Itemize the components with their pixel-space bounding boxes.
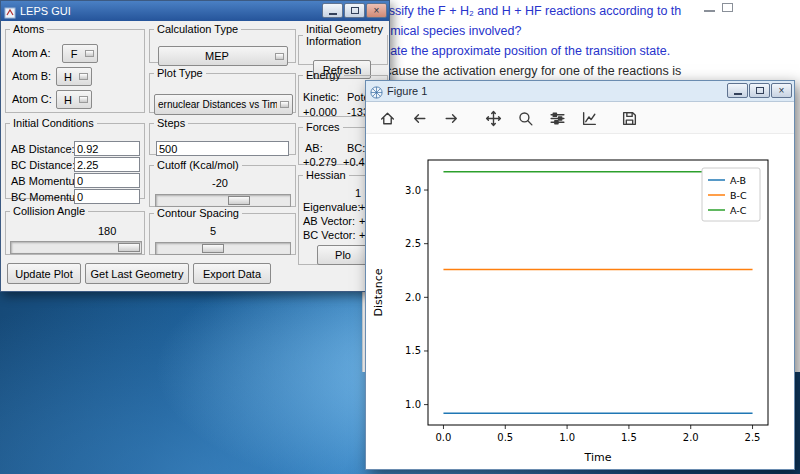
atom-a-select[interactable]: F — [62, 44, 98, 63]
leps-body: Atoms Atom A: F Atom B: H Atom C: H — [1, 21, 389, 291]
calculation-type-value: MEP — [162, 50, 272, 62]
atom-a-value: F — [66, 48, 82, 60]
leps-titlebar[interactable]: LEPS GUI × — [1, 1, 389, 21]
calculation-type-label: Calculation Type — [154, 23, 241, 35]
svg-text:3.0: 3.0 — [405, 185, 421, 196]
pan-button[interactable] — [480, 105, 506, 131]
plot-type-value: ernuclear Distances vs Tim — [158, 99, 277, 110]
desktop: Classify the F + H₂ and H + HF reactions… — [0, 0, 800, 474]
collision-angle-label: Collision Angle — [10, 205, 88, 217]
initial-conditions-group: Initial Conditions AB Distance: BC Dista… — [5, 117, 145, 199]
ab-distance-input[interactable] — [74, 141, 140, 156]
steps-input[interactable] — [156, 141, 289, 156]
forward-button[interactable] — [438, 105, 464, 131]
dropdown-indicator-icon — [79, 73, 88, 80]
update-plot-button[interactable]: Update Plot — [7, 263, 81, 284]
plot-type-label: Plot Type — [154, 67, 206, 79]
close-button[interactable]: × — [771, 83, 792, 98]
forces-ab-label: AB: — [305, 142, 323, 154]
minimize-icon[interactable] — [704, 3, 715, 12]
save-button[interactable] — [616, 105, 642, 131]
bc-momentum-input[interactable] — [74, 189, 140, 204]
forces-ab-value: +0.279 — [303, 156, 337, 168]
maximize-button[interactable] — [749, 83, 770, 98]
cutoff-slider-thumb[interactable] — [228, 196, 250, 205]
zoom-button[interactable] — [512, 105, 538, 131]
subplots-icon — [549, 110, 566, 127]
forward-icon — [443, 110, 460, 127]
cutoff-group: Cutoff (Kcal/mol) -20 — [149, 159, 296, 207]
close-icon: × — [779, 85, 785, 96]
calculation-type-select[interactable]: MEP — [158, 46, 288, 66]
maximize-icon — [351, 7, 359, 14]
atom-c-label: Atom C: — [12, 93, 52, 105]
document-text-line: Classify the F + H₂ and H + HF reactions… — [370, 4, 681, 18]
energy-group-label: Energy — [303, 69, 344, 81]
svg-text:2.5: 2.5 — [405, 238, 421, 249]
atom-a-label: Atom A: — [12, 47, 51, 59]
hessian-top-value: 1 — [355, 187, 361, 199]
atom-b-label: Atom B: — [12, 70, 51, 82]
eigenvalue-label: Eigenvalue: — [303, 201, 361, 213]
steps-group: Steps — [149, 117, 296, 155]
close-button[interactable]: × — [366, 3, 387, 18]
contour-spacing-value: 5 — [210, 225, 216, 237]
kinetic-label: Kinetic: — [303, 91, 339, 103]
bc-distance-input[interactable] — [74, 157, 140, 172]
minimize-button[interactable] — [322, 3, 343, 18]
figure-window: Figure 1 × — [365, 80, 795, 470]
get-last-geometry-button[interactable]: Get Last Geometry — [85, 263, 189, 284]
customize-button[interactable] — [576, 105, 602, 131]
leps-gui-window: LEPS GUI × Atoms Atom A: F Atom B: H — [0, 0, 390, 292]
dropdown-indicator-icon — [79, 96, 88, 103]
home-icon — [379, 110, 396, 127]
plot-type-select[interactable]: ernuclear Distances vs Tim — [154, 94, 293, 115]
forces-bc-label: BC: — [347, 142, 365, 154]
atom-c-select[interactable]: H — [56, 90, 92, 109]
home-button[interactable] — [374, 105, 400, 131]
svg-text:0.0: 0.0 — [436, 432, 452, 443]
dropdown-indicator-icon — [275, 53, 284, 60]
contour-spacing-group: Contour Spacing 5 — [149, 207, 296, 255]
bc-vector-label: BC Vector: — [303, 229, 356, 241]
window-title: Figure 1 — [387, 85, 427, 97]
customize-icon — [581, 110, 598, 127]
collision-angle-slider-thumb[interactable] — [118, 243, 140, 252]
save-icon — [621, 110, 638, 127]
ab-momentum-input[interactable] — [74, 173, 140, 188]
atom-b-value: H — [60, 71, 76, 83]
cutoff-slider[interactable] — [155, 194, 291, 207]
collision-angle-slider[interactable] — [10, 241, 142, 254]
contour-spacing-label: Contour Spacing — [154, 207, 242, 219]
dropdown-indicator-icon — [280, 101, 289, 108]
forces-group-label: Forces — [303, 121, 343, 133]
figure-titlebar[interactable]: Figure 1 × — [366, 81, 794, 102]
restore-icon[interactable] — [722, 3, 733, 12]
initial-geometry-group: Initial Geometry Information Refresh — [298, 23, 388, 65]
calculation-type-group: Calculation Type MEP — [149, 23, 296, 63]
cutoff-value: -20 — [212, 177, 228, 189]
export-data-button[interactable]: Export Data — [193, 263, 271, 284]
minimize-button[interactable] — [727, 83, 748, 98]
svg-text:A-B: A-B — [730, 175, 746, 186]
atom-b-select[interactable]: H — [56, 67, 92, 86]
svg-text:0.5: 0.5 — [497, 432, 513, 443]
contour-spacing-slider-thumb[interactable] — [202, 244, 224, 253]
svg-text:2.0: 2.0 — [405, 292, 421, 303]
svg-text:1.0: 1.0 — [559, 432, 575, 443]
svg-text:2.5: 2.5 — [745, 432, 761, 443]
contour-spacing-slider[interactable] — [155, 242, 291, 255]
ab-distance-label: AB Distance: — [11, 143, 75, 155]
subplots-button[interactable] — [544, 105, 570, 131]
plot-type-group: Plot Type ernuclear Distances vs Tim — [149, 67, 296, 113]
back-button[interactable] — [406, 105, 432, 131]
svg-text:2.0: 2.0 — [683, 432, 699, 443]
maximize-button[interactable] — [344, 3, 365, 18]
plot-hessian-button[interactable]: Plo — [317, 245, 369, 265]
document-text-line: Locate the approximate position of the t… — [370, 44, 670, 58]
cutoff-label: Cutoff (Kcal/mol) — [154, 159, 242, 171]
svg-text:Distance: Distance — [372, 268, 385, 316]
atom-c-value: H — [60, 94, 76, 106]
plot-canvas[interactable]: 0.00.51.01.52.02.51.01.52.02.53.0TimeDis… — [366, 134, 794, 469]
svg-text:A-C: A-C — [730, 205, 747, 216]
